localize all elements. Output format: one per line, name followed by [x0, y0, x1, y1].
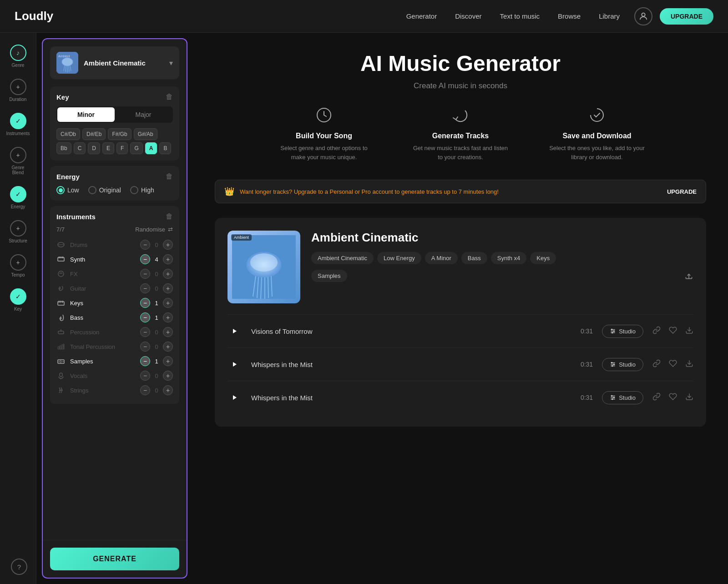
keys-value: 1: [153, 300, 160, 307]
track-3-studio-button[interactable]: Studio: [602, 391, 643, 404]
drums-decrement[interactable]: −: [140, 240, 150, 250]
energy-high-label: High: [141, 186, 154, 194]
key-c[interactable]: C: [74, 142, 86, 154]
fx-increment[interactable]: +: [163, 269, 173, 279]
track-2-duration: 0:31: [575, 361, 593, 368]
tonal-percussion-increment[interactable]: +: [163, 342, 173, 352]
track-2-play-button[interactable]: [228, 357, 242, 372]
key-minor-btn[interactable]: Minor: [57, 107, 115, 122]
track-1-link-icon[interactable]: [652, 326, 661, 337]
energy-original-label: Original: [99, 186, 121, 194]
generate-button[interactable]: GENERATE: [50, 548, 179, 570]
energy-section-title: Energy: [56, 173, 80, 181]
track-1-heart-icon[interactable]: [669, 326, 677, 337]
energy-high[interactable]: High: [130, 186, 154, 194]
sidebar-item-duration[interactable]: + Duration: [2, 74, 34, 106]
track-2-heart-icon[interactable]: [669, 359, 677, 370]
bass-stepper: − 1 +: [140, 312, 173, 322]
instruments-section-title: Instruments: [56, 213, 96, 221]
svg-rect-19: [59, 301, 60, 303]
keys-increment[interactable]: +: [163, 298, 173, 308]
track-2-name: Whispers in the Mist: [251, 361, 566, 368]
guitar-decrement[interactable]: −: [140, 283, 150, 293]
strings-icon: [56, 386, 66, 395]
key-section-header: Key 🗑: [56, 93, 173, 101]
key-a[interactable]: A: [145, 142, 157, 154]
key-b[interactable]: B: [159, 142, 171, 154]
randomise-button[interactable]: Randomise ⇄: [135, 226, 173, 233]
guitar-increment[interactable]: +: [163, 283, 173, 293]
tonal-percussion-stepper: − 0 +: [140, 342, 173, 352]
svg-rect-25: [58, 347, 59, 349]
track-3-play-button[interactable]: [228, 390, 242, 405]
track-2-download-icon[interactable]: [685, 359, 693, 370]
synth-icon: [56, 255, 66, 264]
samples-icon: [56, 357, 66, 366]
sidebar-item-structure[interactable]: + Structure: [2, 216, 34, 248]
help-button[interactable]: ?: [11, 559, 27, 575]
sidebar-item-tempo[interactable]: + Tempo: [2, 250, 34, 282]
strings-decrement[interactable]: −: [140, 385, 150, 395]
sidebar-item-key[interactable]: ✓ Key: [2, 284, 34, 316]
samples-increment[interactable]: +: [163, 356, 173, 366]
sidebar-item-genre[interactable]: ♪ Genre: [2, 40, 34, 72]
features: Build Your Song Select genre and other o…: [215, 107, 706, 161]
strings-increment[interactable]: +: [163, 385, 173, 395]
nav-text-to-music[interactable]: Text to music: [500, 12, 540, 20]
percussion-increment[interactable]: +: [163, 327, 173, 337]
keys-decrement[interactable]: −: [140, 298, 150, 308]
key-f[interactable]: F: [116, 142, 128, 154]
key-bb[interactable]: Bb: [56, 142, 71, 154]
key-delete-icon[interactable]: 🗑: [166, 93, 173, 101]
drums-value: 0: [153, 242, 160, 248]
key-gsharp-ab[interactable]: G#/Ab: [134, 128, 157, 140]
key-d[interactable]: D: [88, 142, 100, 154]
genre-selector[interactable]: Ambient Ambient Cinematic ▾: [50, 46, 179, 79]
bass-increment[interactable]: +: [163, 312, 173, 322]
fx-decrement[interactable]: −: [140, 269, 150, 279]
sidebar-item-instruments[interactable]: ✓ Instruments: [2, 108, 34, 141]
vocals-decrement[interactable]: −: [140, 371, 150, 381]
track-1-play-button[interactable]: [228, 324, 242, 338]
key-major-btn[interactable]: Major: [115, 107, 172, 122]
track-1-download-icon[interactable]: [685, 326, 693, 337]
nav-browse[interactable]: Browse: [558, 12, 581, 20]
track-1-studio-button[interactable]: Studio: [602, 325, 643, 338]
key-e[interactable]: E: [102, 142, 114, 154]
key-dsharp-eb[interactable]: D#/Eb: [82, 128, 106, 140]
tonal-percussion-decrement[interactable]: −: [140, 342, 150, 352]
vocals-increment[interactable]: +: [163, 371, 173, 381]
upgrade-banner-button[interactable]: UPGRADE: [667, 188, 697, 195]
energy-original[interactable]: Original: [88, 186, 121, 194]
track-3-name: Whispers in the Mist: [251, 394, 566, 402]
track-row-1: Visions of Tomorrow 0:31 Studio: [228, 314, 693, 347]
track-3-download-icon[interactable]: [685, 393, 693, 403]
nav-generator[interactable]: Generator: [406, 12, 437, 20]
key-fsharp-gb[interactable]: F#/Gb: [108, 128, 131, 140]
nav-discover[interactable]: Discover: [455, 12, 481, 20]
upgrade-button[interactable]: UPGRADE: [660, 8, 713, 25]
instrument-row-bass: Bass − 1 +: [56, 310, 173, 325]
track-2-link-icon[interactable]: [652, 359, 661, 370]
track-3-link-icon[interactable]: [652, 393, 661, 403]
instrument-row-guitar: Guitar − 0 +: [56, 281, 173, 296]
bass-decrement[interactable]: −: [140, 312, 150, 322]
sidebar-item-energy[interactable]: ✓ Energy: [2, 181, 34, 214]
energy-delete-icon[interactable]: 🗑: [166, 172, 173, 181]
samples-decrement[interactable]: −: [140, 356, 150, 366]
track-3-heart-icon[interactable]: [669, 393, 677, 403]
track-2-studio-button[interactable]: Studio: [602, 358, 643, 371]
instruments-delete-icon[interactable]: 🗑: [166, 212, 173, 221]
synth-decrement[interactable]: −: [140, 254, 150, 264]
svg-rect-26: [60, 346, 61, 349]
drums-increment[interactable]: +: [163, 240, 173, 250]
key-csharp-db[interactable]: C#/Db: [56, 128, 80, 140]
nav-library[interactable]: Library: [599, 12, 620, 20]
percussion-decrement[interactable]: −: [140, 327, 150, 337]
nav-avatar[interactable]: [634, 7, 652, 25]
sidebar-item-genre-blend[interactable]: + Genre Blend: [2, 142, 34, 180]
key-g[interactable]: G: [130, 142, 142, 154]
export-icon[interactable]: [684, 271, 693, 282]
synth-increment[interactable]: +: [163, 254, 173, 264]
energy-low[interactable]: Low: [56, 186, 79, 194]
